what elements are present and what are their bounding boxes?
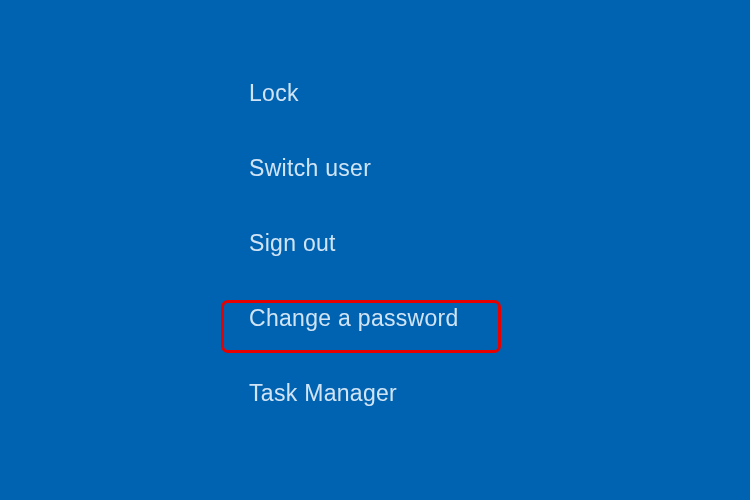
- security-options-menu: Lock Switch user Sign out Change a passw…: [235, 70, 473, 417]
- lock-option[interactable]: Lock: [235, 70, 473, 117]
- switch-user-option[interactable]: Switch user: [235, 145, 473, 192]
- sign-out-option[interactable]: Sign out: [235, 220, 473, 267]
- task-manager-option[interactable]: Task Manager: [235, 370, 473, 417]
- change-password-option[interactable]: Change a password: [235, 295, 473, 342]
